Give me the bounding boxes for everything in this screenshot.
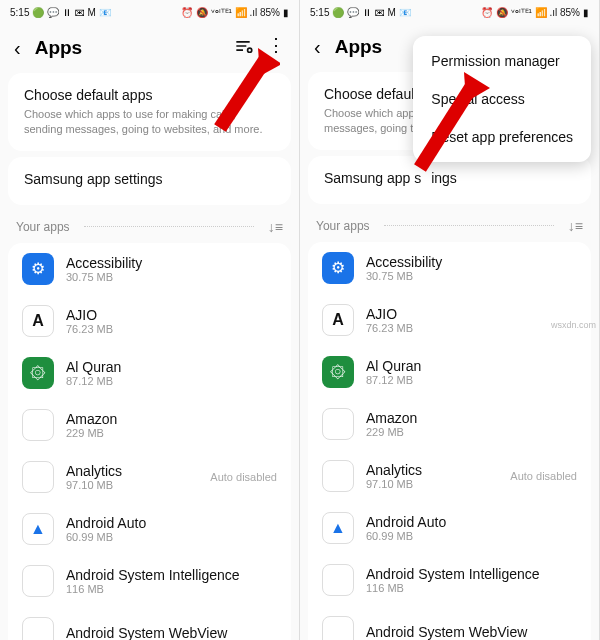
status-time: 5:15 — [10, 7, 29, 18]
apps-list-left: ⚙Accessibility30.75 MBAAJIO76.23 MB۞Al Q… — [8, 243, 291, 640]
app-row[interactable]: ◆Android System WebView — [308, 606, 591, 640]
apps-list-right: ⚙Accessibility30.75 MBAAJIO76.23 MB۞Al Q… — [308, 242, 591, 640]
header: ‹ Apps ⋮ — [0, 24, 299, 67]
status-time: 5:15 — [310, 7, 329, 18]
app-size: 60.99 MB — [66, 531, 277, 543]
your-apps-header: Your apps ↓≡ — [0, 211, 299, 239]
samsung-settings-title: Samsung app settings — [24, 171, 275, 187]
status-bar: 5:15🟢 💬 ⏸ ✉ M 📧 ⏰ 🔕 ᵛᵒˡᵀᴱ¹ 📶 .ıl 85%▮ — [0, 0, 299, 24]
app-icon: A — [322, 304, 354, 336]
app-size: 229 MB — [366, 426, 577, 438]
app-icon: ◆ — [322, 616, 354, 640]
app-name: Android Auto — [366, 514, 577, 530]
sort-icon[interactable]: ↓≡ — [268, 219, 283, 235]
sort-icon[interactable]: ↓≡ — [568, 218, 583, 234]
app-name: Analytics — [366, 462, 498, 478]
app-name: Android System Intelligence — [66, 567, 277, 583]
default-apps-title: Choose default apps — [24, 87, 275, 103]
app-icon: ⚙ — [22, 253, 54, 285]
app-icon: ◈ — [22, 565, 54, 597]
search-icon[interactable] — [233, 36, 253, 59]
app-name: AJIO — [66, 307, 277, 323]
app-icon: ◈ — [322, 564, 354, 596]
app-icon: ▮ — [322, 460, 354, 492]
app-name: Accessibility — [66, 255, 277, 271]
app-size: 76.23 MB — [366, 322, 577, 334]
menu-reset-preferences[interactable]: Reset app preferences — [413, 118, 591, 156]
status-bar: 5:15🟢 💬 ⏸ ✉ M 📧 ⏰ 🔕 ᵛᵒˡᵀᴱ¹ 📶 .ıl 85%▮ — [300, 0, 599, 24]
watermark: wsxdn.com — [551, 320, 596, 330]
samsung-settings-card[interactable]: Samsung app s ings — [308, 156, 591, 204]
app-size: 116 MB — [366, 582, 577, 594]
status-icons-left: 🟢 💬 ⏸ ✉ M 📧 — [332, 7, 410, 18]
app-name: Android System Intelligence — [366, 566, 577, 582]
app-row[interactable]: ▲Android Auto60.99 MB — [308, 502, 591, 554]
your-apps-label: Your apps — [316, 219, 370, 233]
app-row[interactable]: AAJIO76.23 MB — [8, 295, 291, 347]
app-row[interactable]: ۞Al Quran87.12 MB — [308, 346, 591, 398]
app-name: AJIO — [366, 306, 577, 322]
app-name: Android System WebView — [66, 625, 277, 640]
app-name: Analytics — [66, 463, 198, 479]
app-note: Auto disabled — [510, 470, 577, 482]
app-size: 97.10 MB — [66, 479, 198, 491]
default-apps-card[interactable]: Choose default apps Choose which apps to… — [8, 73, 291, 151]
app-icon: ◆ — [22, 617, 54, 640]
default-apps-sub: Choose which apps to use for making call… — [24, 107, 275, 137]
more-icon[interactable]: ⋮ — [267, 36, 285, 59]
app-icon: ▲ — [22, 513, 54, 545]
app-icon: ⤳ — [322, 408, 354, 440]
app-row[interactable]: AAJIO76.23 MB — [308, 294, 591, 346]
app-note: Auto disabled — [210, 471, 277, 483]
app-name: Accessibility — [366, 254, 577, 270]
app-icon: ⚙ — [322, 252, 354, 284]
app-name: Al Quran — [366, 358, 577, 374]
app-name: Al Quran — [66, 359, 277, 375]
app-size: 229 MB — [66, 427, 277, 439]
menu-special-access[interactable]: Special access — [413, 80, 591, 118]
app-row[interactable]: ◆Android System WebView — [8, 607, 291, 640]
app-row[interactable]: ⚙Accessibility30.75 MB — [308, 242, 591, 294]
app-icon: ⤳ — [22, 409, 54, 441]
app-row[interactable]: ▮Analytics97.10 MBAuto disabled — [308, 450, 591, 502]
phone-left: 5:15🟢 💬 ⏸ ✉ M 📧 ⏰ 🔕 ᵛᵒˡᵀᴱ¹ 📶 .ıl 85%▮ ‹ … — [0, 0, 300, 640]
app-icon: ۞ — [322, 356, 354, 388]
app-icon: ▲ — [322, 512, 354, 544]
app-size: 87.12 MB — [66, 375, 277, 387]
app-name: Amazon — [66, 411, 277, 427]
back-icon[interactable]: ‹ — [14, 38, 21, 58]
overflow-menu: Permission manager Special access Reset … — [413, 36, 591, 162]
app-icon: ▮ — [22, 461, 54, 493]
app-size: 30.75 MB — [366, 270, 577, 282]
your-apps-label: Your apps — [16, 220, 70, 234]
samsung-settings-card[interactable]: Samsung app settings — [8, 157, 291, 205]
status-icons-right: ⏰ 🔕 ᵛᵒˡᵀᴱ¹ 📶 .ıl 85% — [481, 7, 580, 18]
status-icons-left: 🟢 💬 ⏸ ✉ M 📧 — [32, 7, 110, 18]
app-row[interactable]: ◈Android System Intelligence116 MB — [8, 555, 291, 607]
app-size: 97.10 MB — [366, 478, 498, 490]
app-name: Android System WebView — [366, 624, 577, 640]
status-icons-right: ⏰ 🔕 ᵛᵒˡᵀᴱ¹ 📶 .ıl 85% — [181, 7, 280, 18]
app-row[interactable]: ⤳Amazon229 MB — [8, 399, 291, 451]
app-icon: A — [22, 305, 54, 337]
app-size: 116 MB — [66, 583, 277, 595]
app-size: 60.99 MB — [366, 530, 577, 542]
menu-permission-manager[interactable]: Permission manager — [413, 42, 591, 80]
page-title: Apps — [35, 37, 219, 59]
app-row[interactable]: ◈Android System Intelligence116 MB — [308, 554, 591, 606]
app-name: Android Auto — [66, 515, 277, 531]
your-apps-header: Your apps ↓≡ — [300, 210, 599, 238]
app-icon: ۞ — [22, 357, 54, 389]
app-row[interactable]: ⚙Accessibility30.75 MB — [8, 243, 291, 295]
back-icon[interactable]: ‹ — [314, 37, 321, 57]
app-size: 76.23 MB — [66, 323, 277, 335]
app-row[interactable]: ▲Android Auto60.99 MB — [8, 503, 291, 555]
app-row[interactable]: ۞Al Quran87.12 MB — [8, 347, 291, 399]
samsung-settings-title: Samsung app s ings — [324, 170, 575, 186]
app-row[interactable]: ⤳Amazon229 MB — [308, 398, 591, 450]
svg-point-0 — [248, 48, 252, 52]
app-row[interactable]: ▮Analytics97.10 MBAuto disabled — [8, 451, 291, 503]
app-size: 87.12 MB — [366, 374, 577, 386]
app-name: Amazon — [366, 410, 577, 426]
app-size: 30.75 MB — [66, 271, 277, 283]
